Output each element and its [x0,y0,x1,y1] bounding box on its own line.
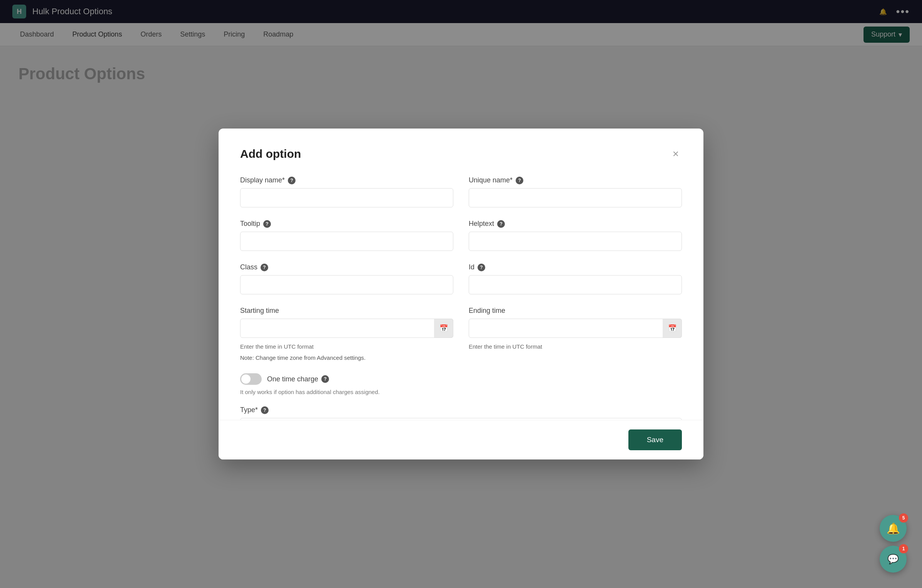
one-time-charge-row: One time charge ? [240,373,682,385]
id-label: Id ? [469,263,682,271]
id-input[interactable] [469,275,682,294]
type-select[interactable]: --Select Option Type-- Text Number Dropd… [240,418,682,420]
one-time-charge-toggle[interactable] [240,373,262,385]
chat-icon: 💬 [887,554,899,565]
modal-body: Display name* ? Unique name* ? [240,176,682,420]
floating-notification-button[interactable]: 🔔 5 [880,515,907,542]
modal-title: Add option [240,147,301,160]
ending-time-calendar-button[interactable]: 📅 [663,319,682,338]
calendar-icon: 📅 [668,324,676,332]
tooltip-label: Tooltip ? [240,220,453,228]
save-button[interactable]: Save [628,429,682,450]
modal-close-button[interactable]: × [670,147,682,161]
tooltip-group: Tooltip ? [240,220,453,251]
starting-time-calendar-button[interactable]: 📅 [434,319,453,338]
starting-time-note: Note: Change time zone from Advanced set… [240,354,453,361]
display-name-input[interactable] [240,188,453,207]
form-row-2: Tooltip ? Helptext ? [240,220,682,251]
one-time-charge-help-icon[interactable]: ? [321,375,329,383]
class-label: Class ? [240,263,453,271]
type-label: Type* ? [240,406,682,414]
ending-time-input[interactable] [469,319,682,338]
starting-time-group: Starting time 📅 Enter the time in UTC fo… [240,307,453,361]
unique-name-label: Unique name* ? [469,176,682,184]
add-option-modal: Add option × Display name* ? Unique name… [219,129,703,459]
id-help-icon[interactable]: ? [478,264,485,271]
ending-time-input-wrapper: 📅 [469,319,682,338]
floating-chat-button[interactable]: 💬 1 [880,546,907,573]
class-group: Class ? [240,263,453,294]
starting-time-input[interactable] [240,319,453,338]
notification-badge: 5 [899,513,908,523]
starting-time-input-wrapper: 📅 [240,319,453,338]
calendar-icon: 📅 [439,324,448,332]
id-group: Id ? [469,263,682,294]
modal-overlay: Add option × Display name* ? Unique name… [0,0,922,588]
display-name-group: Display name* ? [240,176,453,207]
type-group: Type* ? --Select Option Type-- Text Numb… [240,406,682,420]
ending-time-group: Ending time 📅 Enter the time in UTC form… [469,307,682,361]
modal-footer: Save [219,420,703,459]
helptext-help-icon[interactable]: ? [497,220,505,228]
display-name-label: Display name* ? [240,176,453,184]
tooltip-help-icon[interactable]: ? [263,220,271,228]
toggle-slider [240,373,262,385]
display-name-help-icon[interactable]: ? [288,177,296,184]
type-help-icon[interactable]: ? [261,406,269,414]
helptext-group: Helptext ? [469,220,682,251]
notification-icon: 🔔 [887,522,900,535]
unique-name-help-icon[interactable]: ? [516,177,523,184]
unique-name-input[interactable] [469,188,682,207]
starting-time-label: Starting time [240,307,453,315]
helptext-input[interactable] [469,232,682,251]
tooltip-input[interactable] [240,232,453,251]
form-row-4: Starting time 📅 Enter the time in UTC fo… [240,307,682,361]
modal-header: Add option × [240,147,682,161]
ending-time-hint: Enter the time in UTC format [469,343,682,350]
helptext-label: Helptext ? [469,220,682,228]
class-input[interactable] [240,275,453,294]
form-row-1: Display name* ? Unique name* ? [240,176,682,207]
unique-name-group: Unique name* ? [469,176,682,207]
form-row-3: Class ? Id ? [240,263,682,294]
class-help-icon[interactable]: ? [261,264,268,271]
one-time-charge-description: It only works if option has additional c… [240,389,682,395]
ending-time-label: Ending time [469,307,682,315]
one-time-charge-label: One time charge ? [267,375,329,383]
chat-badge: 1 [899,544,908,553]
starting-time-hint: Enter the time in UTC format [240,343,453,350]
type-select-wrapper: --Select Option Type-- Text Number Dropd… [240,418,682,420]
